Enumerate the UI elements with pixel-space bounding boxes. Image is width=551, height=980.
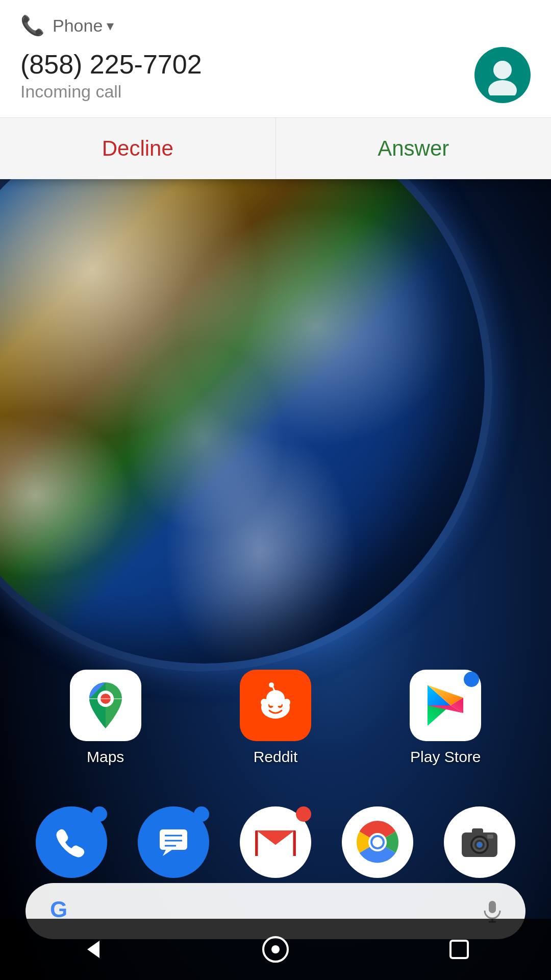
reddit-icon xyxy=(240,670,311,741)
app-maps[interactable]: Maps xyxy=(70,670,141,766)
dropdown-arrow-icon[interactable]: ▾ xyxy=(107,17,114,34)
dock-phone[interactable] xyxy=(36,806,107,878)
recents-icon xyxy=(446,937,472,962)
avatar-icon xyxy=(482,55,523,95)
dock-messages[interactable] xyxy=(138,806,209,878)
call-header: 📞 Phone ▾ xyxy=(0,0,551,42)
dock-chrome[interactable] xyxy=(342,806,413,878)
svg-rect-37 xyxy=(487,835,493,839)
svg-marker-45 xyxy=(87,941,99,958)
dock-gmail[interactable] xyxy=(240,806,311,878)
decline-button[interactable]: Decline xyxy=(0,118,276,179)
svg-rect-36 xyxy=(472,828,483,835)
svg-rect-48 xyxy=(450,941,468,958)
call-info: (858) 225-7702 Incoming call xyxy=(0,42,551,117)
phone-header-icon: 📞 xyxy=(20,14,44,37)
phone-notification-dot xyxy=(92,806,107,822)
messages-notification-dot xyxy=(194,806,209,822)
playstore-label: Play Store xyxy=(410,748,481,766)
svg-rect-19 xyxy=(160,829,187,850)
maps-label: Maps xyxy=(87,748,124,766)
svg-point-38 xyxy=(477,842,482,847)
nav-bar xyxy=(0,919,551,980)
call-details: (858) 225-7702 Incoming call xyxy=(20,49,202,102)
svg-point-47 xyxy=(271,945,280,953)
dock-camera[interactable] xyxy=(444,806,515,878)
home-icon xyxy=(262,936,290,964)
svg-text:G: G xyxy=(50,897,67,922)
home-button[interactable] xyxy=(255,929,296,970)
maps-icon xyxy=(70,670,141,741)
dock xyxy=(0,806,551,878)
app-reddit[interactable]: Reddit xyxy=(240,670,311,766)
svg-point-12 xyxy=(269,682,274,688)
app-name: Phone xyxy=(53,16,103,36)
chrome-dock-icon xyxy=(342,806,413,878)
back-button[interactable] xyxy=(71,929,112,970)
svg-point-30 xyxy=(372,837,383,847)
svg-point-13 xyxy=(266,690,285,706)
reddit-label: Reddit xyxy=(254,748,298,766)
call-status: Incoming call xyxy=(20,82,202,102)
svg-point-44 xyxy=(488,80,517,95)
caller-number: (858) 225-7702 xyxy=(20,49,202,80)
app-playstore[interactable]: Play Store xyxy=(410,670,481,766)
answer-button[interactable]: Answer xyxy=(276,118,552,179)
recents-button[interactable] xyxy=(439,929,480,970)
app-row: Maps xyxy=(0,670,551,766)
back-icon xyxy=(79,937,105,962)
call-notification: 📞 Phone ▾ (858) 225-7702 Incoming call D… xyxy=(0,0,551,179)
caller-avatar xyxy=(474,47,531,103)
gmail-notification-dot xyxy=(296,806,311,822)
svg-marker-20 xyxy=(163,850,172,856)
camera-dock-icon xyxy=(444,806,515,878)
call-actions: Decline Answer xyxy=(0,117,551,179)
svg-rect-40 xyxy=(489,901,496,913)
svg-point-43 xyxy=(493,61,512,79)
